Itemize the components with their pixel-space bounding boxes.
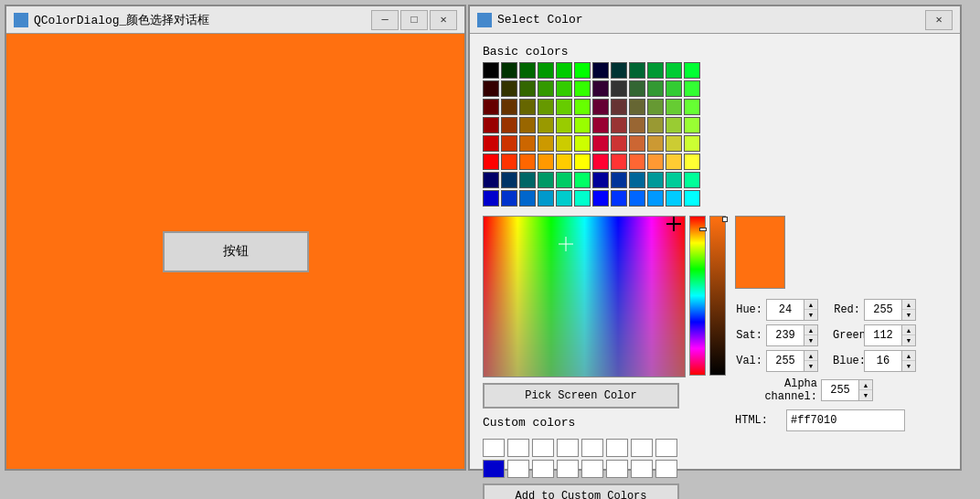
basic-color-swatch[interactable] <box>684 80 700 97</box>
basic-color-swatch[interactable] <box>592 190 609 207</box>
red-down[interactable]: ▼ <box>902 310 915 320</box>
basic-color-swatch[interactable] <box>684 172 700 188</box>
custom-color-swatch[interactable] <box>532 460 554 478</box>
basic-color-swatch[interactable] <box>592 117 609 133</box>
green-up[interactable]: ▲ <box>902 325 915 335</box>
basic-color-swatch[interactable] <box>519 117 536 133</box>
basic-color-swatch[interactable] <box>556 172 572 188</box>
val-input[interactable] <box>767 351 804 371</box>
basic-color-swatch[interactable] <box>574 117 591 133</box>
custom-color-swatch[interactable] <box>483 460 505 478</box>
hue-bar[interactable] <box>689 216 706 376</box>
basic-color-swatch[interactable] <box>666 99 682 115</box>
basic-color-swatch[interactable] <box>592 99 609 115</box>
basic-color-swatch[interactable] <box>611 99 627 115</box>
basic-color-swatch[interactable] <box>538 99 554 115</box>
basic-color-swatch[interactable] <box>501 154 517 170</box>
basic-color-swatch[interactable] <box>684 135 700 152</box>
basic-color-swatch[interactable] <box>666 190 682 207</box>
basic-color-swatch[interactable] <box>538 117 554 133</box>
blue-input[interactable] <box>865 351 901 371</box>
basic-color-swatch[interactable] <box>629 99 645 115</box>
basic-color-swatch[interactable] <box>538 154 554 170</box>
basic-color-swatch[interactable] <box>556 62 572 79</box>
basic-color-swatch[interactable] <box>647 80 664 97</box>
basic-color-swatch[interactable] <box>611 135 627 152</box>
sat-input[interactable] <box>767 325 804 345</box>
basic-color-swatch[interactable] <box>519 99 536 115</box>
custom-color-swatch[interactable] <box>606 460 628 478</box>
basic-color-swatch[interactable] <box>592 154 609 170</box>
green-down[interactable]: ▼ <box>902 335 915 345</box>
basic-color-swatch[interactable] <box>501 117 517 133</box>
basic-color-swatch[interactable] <box>629 80 645 97</box>
basic-color-swatch[interactable] <box>684 117 700 133</box>
basic-color-swatch[interactable] <box>556 154 572 170</box>
val-up[interactable]: ▲ <box>804 351 817 361</box>
basic-color-swatch[interactable] <box>611 80 627 97</box>
basic-color-swatch[interactable] <box>574 190 591 207</box>
basic-color-swatch[interactable] <box>483 80 499 97</box>
basic-color-swatch[interactable] <box>611 172 627 188</box>
basic-color-swatch[interactable] <box>483 172 499 188</box>
basic-color-swatch[interactable] <box>501 172 517 188</box>
basic-color-swatch[interactable] <box>574 80 591 97</box>
basic-color-swatch[interactable] <box>483 62 499 79</box>
basic-color-swatch[interactable] <box>629 62 645 79</box>
custom-color-swatch[interactable] <box>581 439 603 457</box>
custom-color-swatch[interactable] <box>557 460 579 478</box>
basic-color-swatch[interactable] <box>556 99 572 115</box>
green-input[interactable] <box>865 325 901 345</box>
custom-color-swatch[interactable] <box>631 439 653 457</box>
basic-color-swatch[interactable] <box>629 135 645 152</box>
basic-color-swatch[interactable] <box>611 190 627 207</box>
basic-color-swatch[interactable] <box>684 154 700 170</box>
add-custom-colors-button[interactable]: Add to Custom Colors <box>483 483 679 499</box>
basic-color-swatch[interactable] <box>666 117 682 133</box>
basic-color-swatch[interactable] <box>556 190 572 207</box>
basic-color-swatch[interactable] <box>519 62 536 79</box>
basic-color-swatch[interactable] <box>684 62 700 79</box>
basic-color-swatch[interactable] <box>647 62 664 79</box>
basic-color-swatch[interactable] <box>556 80 572 97</box>
custom-color-swatch[interactable] <box>483 439 505 457</box>
basic-color-swatch[interactable] <box>592 135 609 152</box>
basic-color-swatch[interactable] <box>483 135 499 152</box>
basic-color-swatch[interactable] <box>684 99 700 115</box>
minimize-button[interactable]: ─ <box>371 10 399 30</box>
sat-down[interactable]: ▼ <box>804 335 817 345</box>
basic-color-swatch[interactable] <box>483 99 499 115</box>
basic-color-swatch[interactable] <box>574 172 591 188</box>
basic-color-swatch[interactable] <box>483 117 499 133</box>
basic-color-swatch[interactable] <box>574 154 591 170</box>
basic-color-swatch[interactable] <box>556 135 572 152</box>
basic-color-swatch[interactable] <box>501 190 517 207</box>
basic-color-swatch[interactable] <box>647 172 664 188</box>
basic-color-swatch[interactable] <box>629 154 645 170</box>
basic-color-swatch[interactable] <box>574 62 591 79</box>
custom-color-swatch[interactable] <box>581 460 603 478</box>
val-down[interactable]: ▼ <box>804 361 817 371</box>
hue-up[interactable]: ▲ <box>804 300 817 310</box>
basic-color-swatch[interactable] <box>629 172 645 188</box>
pick-screen-button[interactable]: Pick Screen Color <box>483 383 679 409</box>
basic-color-swatch[interactable] <box>501 135 517 152</box>
basic-color-swatch[interactable] <box>483 190 499 207</box>
red-input[interactable] <box>865 300 901 320</box>
basic-color-swatch[interactable] <box>647 99 664 115</box>
basic-color-swatch[interactable] <box>647 117 664 133</box>
custom-color-swatch[interactable] <box>655 460 677 478</box>
basic-color-swatch[interactable] <box>666 154 682 170</box>
basic-color-swatch[interactable] <box>538 172 554 188</box>
basic-color-swatch[interactable] <box>519 135 536 152</box>
custom-color-swatch[interactable] <box>606 439 628 457</box>
basic-color-swatch[interactable] <box>538 62 554 79</box>
basic-color-swatch[interactable] <box>647 154 664 170</box>
basic-color-swatch[interactable] <box>647 190 664 207</box>
basic-color-swatch[interactable] <box>574 135 591 152</box>
basic-color-swatch[interactable] <box>501 99 517 115</box>
alpha-input[interactable] <box>822 380 858 400</box>
right-close-button[interactable]: ✕ <box>925 10 953 30</box>
blue-down[interactable]: ▼ <box>902 361 915 371</box>
basic-color-swatch[interactable] <box>519 172 536 188</box>
